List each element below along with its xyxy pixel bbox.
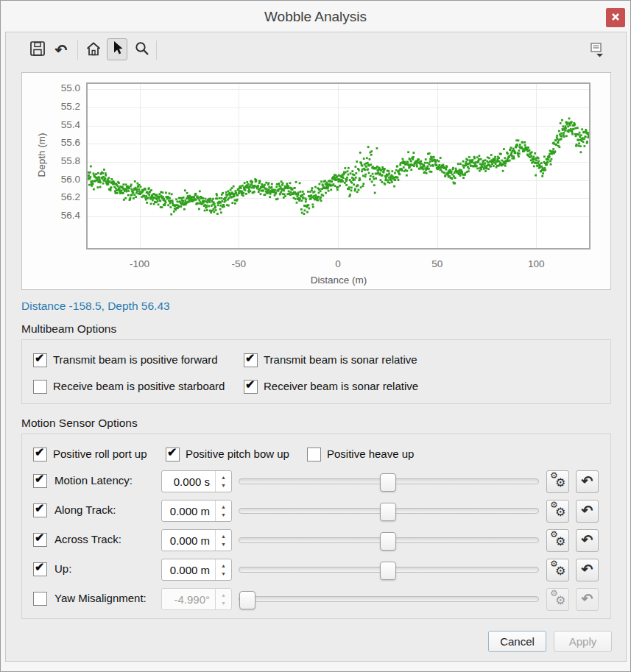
gears-icon: ⚙ bbox=[555, 505, 565, 519]
y-tick-label: 55.6 bbox=[44, 137, 80, 148]
row-label: Up: bbox=[54, 561, 71, 577]
spin-down-icon[interactable]: ▼ bbox=[221, 542, 226, 547]
checkbox-across-track[interactable]: ✔ bbox=[33, 533, 47, 547]
reset-icon: ↶ bbox=[577, 559, 598, 579]
spin-up-icon: ▲ bbox=[221, 593, 226, 598]
up-settings-button[interactable]: ⚙⚙ bbox=[546, 559, 569, 581]
y-tick-label: 55.8 bbox=[44, 155, 80, 166]
window-title: Wobble Analysis bbox=[1, 9, 630, 25]
multibeam-options-title: Multibeam Options bbox=[21, 322, 116, 336]
motion-latency-spinner[interactable]: 0.000 s ▲▼ bbox=[161, 470, 232, 492]
x-tick-label: -100 bbox=[118, 258, 162, 269]
motion-latency-reset-button[interactable]: ↶ bbox=[576, 470, 599, 493]
spinner-arrows[interactable]: ▲▼ bbox=[215, 530, 231, 551]
y-tick-label: 56.2 bbox=[44, 191, 80, 202]
checkbox-positive-roll-port-up[interactable]: ✔ bbox=[33, 448, 47, 461]
slider-handle[interactable] bbox=[380, 532, 396, 551]
slider-handle[interactable] bbox=[239, 591, 255, 609]
close-button[interactable] bbox=[606, 8, 625, 27]
spinner-arrows[interactable]: ▲▼ bbox=[215, 559, 231, 580]
across-track-spinner[interactable]: 0.000 m ▲▼ bbox=[161, 529, 232, 551]
up-slider[interactable] bbox=[239, 567, 539, 573]
checkbox-label: Positive pitch bow up bbox=[186, 446, 289, 462]
yaw-misalignment-settings-button: ⚙⚙ bbox=[546, 588, 569, 611]
chart-options-menu-button[interactable] bbox=[587, 40, 607, 63]
along-track-settings-button[interactable]: ⚙⚙ bbox=[546, 500, 569, 523]
y-tick-label: 56.4 bbox=[44, 210, 80, 221]
toolbar-separator bbox=[156, 40, 157, 60]
spin-up-icon[interactable]: ▲ bbox=[221, 563, 226, 568]
checkbox-transmit-sonar-relative[interactable]: ✔ bbox=[244, 353, 258, 367]
spin-down-icon[interactable]: ▼ bbox=[221, 483, 226, 488]
checkbox-positive-heave-up[interactable]: ✔ bbox=[307, 448, 321, 461]
checkbox-motion-latency[interactable]: ✔ bbox=[33, 474, 47, 488]
x-tick-label: 50 bbox=[415, 258, 459, 269]
reset-icon: ↶ bbox=[577, 589, 598, 609]
checkbox-label: Transmit beam is sonar relative bbox=[264, 352, 417, 368]
checkbox-yaw-misalignment[interactable]: ✔ bbox=[33, 592, 47, 606]
gears-icon: ⚙ bbox=[555, 534, 565, 548]
toolbar-separator bbox=[77, 40, 78, 60]
along-track-reset-button[interactable]: ↶ bbox=[576, 500, 599, 523]
cursor-position-status: Distance -158.5, Depth 56.43 bbox=[21, 300, 170, 313]
y-tick-label: 55.0 bbox=[44, 82, 80, 93]
gears-icon: ⚙ bbox=[555, 593, 565, 607]
across-track-slider[interactable] bbox=[239, 537, 539, 543]
apply-button: Apply bbox=[554, 631, 612, 652]
spin-down-icon: ▼ bbox=[221, 601, 226, 606]
yaw-misalignment-slider[interactable] bbox=[239, 596, 539, 602]
gears-icon: ⚙ bbox=[555, 475, 565, 489]
pointer-tool-button[interactable] bbox=[107, 38, 127, 60]
checkbox-label: Receiver beam is sonar relative bbox=[264, 378, 418, 395]
checkbox-along-track[interactable]: ✔ bbox=[33, 503, 47, 517]
yaw-misalignment-reset-button: ↶ bbox=[576, 588, 599, 611]
checkbox-positive-pitch-bow-up[interactable]: ✔ bbox=[166, 448, 180, 461]
wobble-analysis-window: Wobble Analysis ↶ bbox=[0, 0, 631, 672]
spinner-arrows[interactable]: ▲▼ bbox=[215, 471, 231, 492]
slider-handle[interactable] bbox=[380, 503, 396, 521]
checkbox-up[interactable]: ✔ bbox=[33, 562, 47, 576]
spin-up-icon[interactable]: ▲ bbox=[221, 504, 226, 509]
slider-handle[interactable] bbox=[380, 562, 396, 580]
spinner-value: -4.990° bbox=[162, 589, 215, 609]
spinner-arrows[interactable]: ▲▼ bbox=[215, 501, 231, 521]
slider-handle[interactable] bbox=[380, 473, 396, 492]
home-view-button[interactable] bbox=[83, 39, 104, 61]
y-tick-label: 56.0 bbox=[44, 174, 80, 185]
checkmark-icon: ✔ bbox=[35, 445, 44, 459]
gears-icon: ⚙ bbox=[555, 564, 565, 578]
scatter-plot-area[interactable] bbox=[86, 82, 591, 250]
along-track-spinner[interactable]: 0.000 m ▲▼ bbox=[161, 500, 232, 522]
spin-up-icon[interactable]: ▲ bbox=[221, 534, 226, 539]
motion-latency-slider[interactable] bbox=[239, 478, 539, 484]
spinner-value: 0.000 m bbox=[162, 559, 215, 580]
checkbox-receive-positive-starboard[interactable]: ✔ bbox=[33, 380, 47, 394]
checkbox-transmit-positive-forward[interactable]: ✔ bbox=[33, 353, 47, 367]
spinner-value: 0.000 m bbox=[162, 530, 215, 551]
checkbox-receiver-sonar-relative[interactable]: ✔ bbox=[244, 380, 258, 394]
chart-panel: Depth (m) Distance (m) 55.055.255.455.65… bbox=[21, 72, 611, 290]
motion-sensor-options-title: Motion Sensor Options bbox=[21, 417, 138, 430]
scatter-canvas[interactable] bbox=[88, 84, 589, 248]
checkmark-icon: ✔ bbox=[245, 378, 255, 392]
across-track-reset-button[interactable]: ↶ bbox=[576, 529, 599, 552]
checkmark-icon: ✔ bbox=[35, 351, 44, 365]
spin-down-icon[interactable]: ▼ bbox=[221, 571, 226, 576]
checkmark-icon: ✔ bbox=[35, 501, 44, 515]
along-track-slider[interactable] bbox=[239, 508, 539, 514]
x-tick-label: 0 bbox=[316, 258, 360, 269]
motion-latency-settings-button[interactable]: ⚙⚙ bbox=[546, 470, 569, 493]
save-button[interactable] bbox=[27, 39, 48, 61]
spin-down-icon[interactable]: ▼ bbox=[221, 512, 226, 517]
checkmark-icon: ✔ bbox=[245, 351, 255, 365]
undo-button[interactable]: ↶ bbox=[51, 39, 71, 61]
checkbox-label: Positive heave up bbox=[327, 446, 414, 462]
magnifier-icon bbox=[134, 40, 150, 60]
spinner-arrows: ▲▼ bbox=[215, 589, 231, 609]
spin-up-icon[interactable]: ▲ bbox=[221, 475, 226, 480]
across-track-settings-button[interactable]: ⚙⚙ bbox=[546, 529, 569, 552]
up-reset-button[interactable]: ↶ bbox=[576, 559, 599, 581]
up-spinner[interactable]: 0.000 m ▲▼ bbox=[161, 559, 232, 581]
zoom-tool-button[interactable] bbox=[132, 39, 152, 61]
cancel-button[interactable]: Cancel bbox=[488, 631, 546, 652]
